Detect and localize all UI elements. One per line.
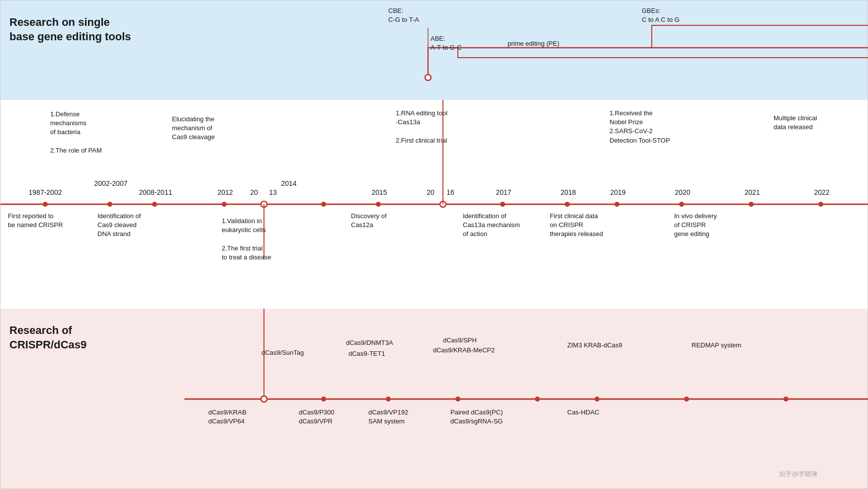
svg-point-10	[376, 202, 381, 207]
svg-point-29	[783, 397, 788, 402]
year-2021-label: 2021	[744, 188, 760, 196]
first-clinical-label: First clinical dataon CRISPRtherapies re…	[550, 212, 603, 239]
svg-point-23	[321, 397, 326, 402]
cas13a-mech-label: Identification ofCas13a mechanismof acti…	[463, 212, 520, 239]
svg-point-16	[679, 202, 684, 207]
year-2022-label: 2022	[814, 188, 829, 196]
year-2018-label: 2018	[560, 188, 576, 196]
zim3-label: ZIM3 KRAB-dCas9	[567, 341, 622, 350]
year-2014-label: 2014	[281, 179, 296, 187]
svg-point-4	[107, 202, 112, 207]
year-2016b-label: 16	[446, 188, 454, 196]
svg-point-22	[261, 396, 267, 402]
svg-point-0	[425, 75, 431, 81]
svg-point-6	[222, 202, 227, 207]
middle-section: 1987-2002 2002-2007 2008-2011 2012 2014 …	[0, 100, 868, 309]
in-vivo-label: In vivo deliveryof CRISPRgene editing	[674, 212, 717, 239]
year-2019-label: 2019	[610, 188, 625, 196]
bottom-timeline-svg	[0, 309, 868, 489]
cas9-cleaved-label: Identification ofCas9 cleavedDNA strand	[97, 212, 141, 239]
svg-point-28	[684, 397, 689, 402]
p300-label: dCas9/P300dCas9/VPR	[299, 408, 335, 426]
svg-point-5	[152, 202, 157, 207]
svg-point-26	[535, 397, 540, 402]
svg-point-13	[500, 202, 505, 207]
dnmt3a-label: dCas9/DNMT3A	[346, 338, 393, 347]
abe-label: ABE:A-T to G-C	[431, 34, 462, 52]
nobel-label: 1.Received theNobel Prize2.SARS-CoV-2Det…	[609, 109, 670, 145]
multi-clinical-label: Multiple clinicaldata released	[774, 114, 817, 132]
elucidate-label: Elucidating themechanism ofCas9 cleavage	[172, 115, 215, 142]
tet1-label: dCas9-TET1	[348, 349, 385, 358]
rna-tool-label: 1.RNA editing tool-Cas13a2.First clinica…	[396, 109, 447, 145]
svg-point-27	[595, 397, 600, 402]
svg-point-3	[43, 202, 48, 207]
year-2017-label: 2017	[496, 188, 511, 196]
year-2020-label: 2020	[675, 188, 690, 196]
svg-point-15	[614, 202, 619, 207]
svg-point-18	[818, 202, 823, 207]
year-2013b-label: 13	[269, 188, 277, 196]
cbe-label: CBE:C-G to T-A	[388, 6, 419, 24]
krab-label: dCas9/KRABdCas9/VP64	[208, 408, 247, 426]
year-1987-label: 1987-2002	[29, 188, 62, 196]
year-2008-label: 2008-2011	[139, 188, 173, 196]
bottom-section: Research ofCRISPR/dCas9 dCas9/SunTag dCa…	[0, 309, 868, 489]
svg-point-17	[749, 202, 754, 207]
krab-mecp2-label: dCas9/KRAB-MeCP2	[433, 346, 495, 355]
suntag-label: dCas9/SunTag	[261, 348, 304, 357]
svg-point-24	[386, 397, 391, 402]
vp192-label: dCas9/VP192SAM system	[368, 408, 408, 426]
sph-label: dCas9/SPH	[443, 336, 477, 345]
prime-label: prime editing (PE)	[508, 39, 559, 48]
year-2015-label: 2015	[371, 188, 387, 196]
top-section: Research on singlebase gene editing tool…	[0, 0, 868, 100]
year-2012-label: 2012	[217, 188, 233, 196]
defense-label: 1.Defensemechanismsof bacteria2.The role…	[50, 110, 102, 155]
cas-hdac-label: Cas-HDAC	[567, 408, 599, 417]
cas12a-label: Discovery ofCas12a	[351, 212, 387, 230]
year-2013a-label: 20	[250, 188, 258, 196]
validation-label: 1.Validation ineukaryotic cells2.The fir…	[222, 217, 271, 262]
main-container: Research on singlebase gene editing tool…	[0, 0, 868, 489]
year-2002-label: 2002-2007	[94, 179, 128, 187]
watermark: 知乎@李晓琳	[779, 470, 818, 479]
svg-point-9	[321, 202, 326, 207]
gbes-label: GBEs:C to A C to G	[642, 6, 680, 24]
redmap-label: REDMAP system	[692, 341, 741, 350]
named-crispr-label: First reported tobe named CRISPR	[8, 212, 63, 230]
year-2016a-label: 20	[427, 188, 434, 196]
svg-point-25	[455, 397, 460, 402]
svg-point-14	[565, 202, 570, 207]
paired-pc-label: Paired dCas9(PC)dCas9/sgRNA-SG	[450, 408, 503, 426]
